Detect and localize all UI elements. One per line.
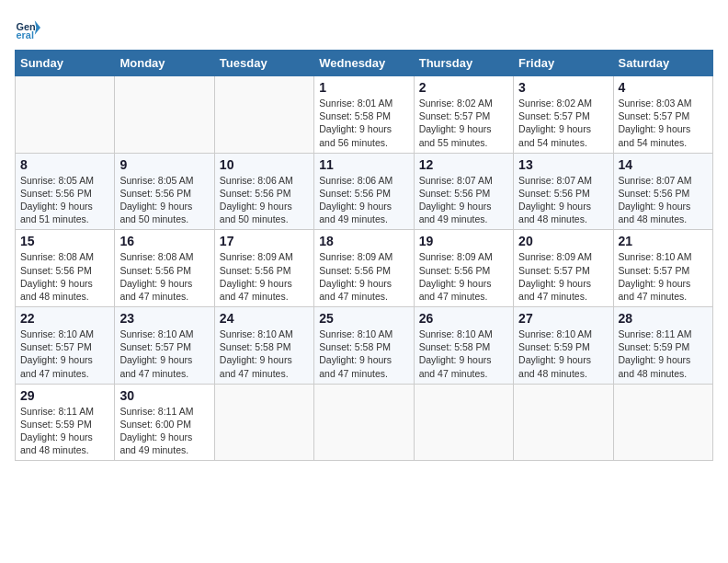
day-number: 2 — [419, 80, 508, 95]
header-row: SundayMondayTuesdayWednesdayThursdayFrid… — [16, 51, 713, 76]
calendar-cell: 22 Sunrise: 8:10 AMSunset: 5:57 PMDaylig… — [16, 307, 115, 385]
calendar-cell: 24 Sunrise: 8:10 AMSunset: 5:58 PMDaylig… — [214, 307, 313, 385]
day-detail: Sunrise: 8:10 AMSunset: 5:59 PMDaylight:… — [518, 328, 592, 379]
day-detail: Sunrise: 8:01 AMSunset: 5:58 PMDaylight:… — [319, 98, 392, 148]
day-detail: Sunrise: 8:10 AMSunset: 5:57 PMDaylight:… — [619, 251, 692, 302]
logo: Gen eral — [15, 15, 44, 40]
day-number: 29 — [20, 388, 109, 403]
day-detail: Sunrise: 8:02 AMSunset: 5:57 PMDaylight:… — [419, 98, 493, 148]
calendar-cell: 13 Sunrise: 8:07 AMSunset: 5:56 PMDaylig… — [514, 153, 613, 230]
day-detail: Sunrise: 8:07 AMSunset: 5:56 PMDaylight:… — [518, 175, 592, 225]
calendar-cell: 8 Sunrise: 8:05 AMSunset: 5:56 PMDayligh… — [16, 153, 115, 230]
day-number: 9 — [119, 157, 209, 172]
calendar-cell: 18 Sunrise: 8:09 AMSunset: 5:56 PMDaylig… — [314, 230, 414, 307]
week-row-3: 15 Sunrise: 8:08 AMSunset: 5:56 PMDaylig… — [16, 230, 713, 307]
svg-text:eral: eral — [17, 29, 34, 40]
day-detail: Sunrise: 8:09 AMSunset: 5:56 PMDaylight:… — [220, 251, 293, 302]
day-number: 12 — [419, 157, 508, 172]
day-detail: Sunrise: 8:09 AMSunset: 5:56 PMDaylight:… — [319, 251, 392, 302]
header-cell-wednesday: Wednesday — [314, 51, 414, 76]
day-detail: Sunrise: 8:11 AMSunset: 5:59 PMDaylight:… — [619, 328, 692, 379]
day-number: 26 — [419, 311, 508, 326]
calendar-cell: 20 Sunrise: 8:09 AMSunset: 5:57 PMDaylig… — [514, 230, 613, 307]
day-detail: Sunrise: 8:10 AMSunset: 5:58 PMDaylight:… — [220, 328, 293, 379]
day-number: 4 — [619, 80, 708, 95]
day-detail: Sunrise: 8:02 AMSunset: 5:57 PMDaylight:… — [518, 98, 592, 148]
calendar-cell: 16 Sunrise: 8:08 AMSunset: 5:56 PMDaylig… — [115, 230, 214, 307]
day-detail: Sunrise: 8:06 AMSunset: 5:56 PMDaylight:… — [220, 175, 293, 225]
calendar-cell: 10 Sunrise: 8:06 AMSunset: 5:56 PMDaylig… — [214, 153, 313, 230]
calendar-cell — [16, 76, 115, 154]
calendar-cell: 1 Sunrise: 8:01 AMSunset: 5:58 PMDayligh… — [314, 76, 414, 154]
logo-icon: Gen eral — [15, 15, 40, 40]
day-number: 25 — [319, 311, 408, 326]
day-number: 17 — [220, 234, 309, 248]
header-cell-saturday: Saturday — [613, 51, 712, 76]
day-number: 21 — [619, 234, 708, 248]
day-number: 16 — [119, 234, 209, 248]
calendar-cell — [414, 384, 513, 461]
week-row-4: 22 Sunrise: 8:10 AMSunset: 5:57 PMDaylig… — [16, 307, 713, 385]
week-row-1: 1 Sunrise: 8:01 AMSunset: 5:58 PMDayligh… — [16, 76, 713, 154]
day-detail: Sunrise: 8:11 AMSunset: 5:59 PMDaylight:… — [20, 406, 94, 456]
header-cell-monday: Monday — [115, 51, 214, 76]
calendar-cell: 12 Sunrise: 8:07 AMSunset: 5:56 PMDaylig… — [414, 153, 513, 230]
day-number: 8 — [20, 157, 109, 172]
day-number: 14 — [619, 157, 708, 172]
day-number: 11 — [319, 157, 408, 172]
day-detail: Sunrise: 8:11 AMSunset: 6:00 PMDaylight:… — [119, 406, 193, 456]
day-number: 30 — [119, 388, 209, 403]
calendar-cell: 27 Sunrise: 8:10 AMSunset: 5:59 PMDaylig… — [514, 307, 613, 385]
day-detail: Sunrise: 8:07 AMSunset: 5:56 PMDaylight:… — [419, 175, 493, 225]
day-detail: Sunrise: 8:08 AMSunset: 5:56 PMDaylight:… — [20, 251, 94, 302]
day-detail: Sunrise: 8:09 AMSunset: 5:57 PMDaylight:… — [518, 251, 592, 302]
day-number: 1 — [319, 80, 408, 95]
day-detail: Sunrise: 8:06 AMSunset: 5:56 PMDaylight:… — [319, 175, 392, 225]
day-number: 24 — [220, 311, 309, 326]
header: Gen eral — [15, 15, 713, 40]
header-cell-thursday: Thursday — [414, 51, 513, 76]
day-number: 20 — [518, 234, 608, 248]
week-row-2: 8 Sunrise: 8:05 AMSunset: 5:56 PMDayligh… — [16, 153, 713, 230]
header-cell-sunday: Sunday — [16, 51, 115, 76]
calendar-cell — [214, 76, 313, 154]
calendar-table: SundayMondayTuesdayWednesdayThursdayFrid… — [15, 50, 713, 461]
day-detail: Sunrise: 8:10 AMSunset: 5:57 PMDaylight:… — [119, 328, 193, 379]
calendar-cell: 14 Sunrise: 8:07 AMSunset: 5:56 PMDaylig… — [613, 153, 712, 230]
calendar-cell: 3 Sunrise: 8:02 AMSunset: 5:57 PMDayligh… — [514, 76, 613, 154]
calendar-cell — [214, 384, 313, 461]
day-detail: Sunrise: 8:08 AMSunset: 5:56 PMDaylight:… — [119, 251, 193, 302]
day-number: 19 — [419, 234, 508, 248]
day-detail: Sunrise: 8:09 AMSunset: 5:56 PMDaylight:… — [419, 251, 493, 302]
calendar-cell: 9 Sunrise: 8:05 AMSunset: 5:56 PMDayligh… — [115, 153, 214, 230]
calendar-cell: 30 Sunrise: 8:11 AMSunset: 6:00 PMDaylig… — [115, 384, 214, 461]
day-number: 15 — [20, 234, 109, 248]
day-detail: Sunrise: 8:05 AMSunset: 5:56 PMDaylight:… — [20, 175, 94, 225]
calendar-cell: 11 Sunrise: 8:06 AMSunset: 5:56 PMDaylig… — [314, 153, 414, 230]
header-cell-tuesday: Tuesday — [214, 51, 313, 76]
day-detail: Sunrise: 8:10 AMSunset: 5:58 PMDaylight:… — [419, 328, 493, 379]
calendar-cell: 26 Sunrise: 8:10 AMSunset: 5:58 PMDaylig… — [414, 307, 513, 385]
day-detail: Sunrise: 8:07 AMSunset: 5:56 PMDaylight:… — [619, 175, 692, 225]
day-detail: Sunrise: 8:05 AMSunset: 5:56 PMDaylight:… — [119, 175, 193, 225]
calendar-cell: 17 Sunrise: 8:09 AMSunset: 5:56 PMDaylig… — [214, 230, 313, 307]
header-cell-friday: Friday — [514, 51, 613, 76]
day-number: 22 — [20, 311, 109, 326]
calendar-cell: 23 Sunrise: 8:10 AMSunset: 5:57 PMDaylig… — [115, 307, 214, 385]
day-detail: Sunrise: 8:10 AMSunset: 5:58 PMDaylight:… — [319, 328, 392, 379]
day-number: 13 — [518, 157, 608, 172]
week-row-5: 29 Sunrise: 8:11 AMSunset: 5:59 PMDaylig… — [16, 384, 713, 461]
calendar-cell: 28 Sunrise: 8:11 AMSunset: 5:59 PMDaylig… — [613, 307, 712, 385]
calendar-cell: 21 Sunrise: 8:10 AMSunset: 5:57 PMDaylig… — [613, 230, 712, 307]
day-number: 18 — [319, 234, 408, 248]
day-detail: Sunrise: 8:03 AMSunset: 5:57 PMDaylight:… — [619, 98, 692, 148]
calendar-cell: 15 Sunrise: 8:08 AMSunset: 5:56 PMDaylig… — [16, 230, 115, 307]
day-detail: Sunrise: 8:10 AMSunset: 5:57 PMDaylight:… — [20, 328, 94, 379]
day-number: 28 — [619, 311, 708, 326]
calendar-cell — [314, 384, 414, 461]
calendar-cell: 2 Sunrise: 8:02 AMSunset: 5:57 PMDayligh… — [414, 76, 513, 154]
calendar-cell: 4 Sunrise: 8:03 AMSunset: 5:57 PMDayligh… — [613, 76, 712, 154]
day-number: 10 — [220, 157, 309, 172]
day-number: 3 — [518, 80, 608, 95]
calendar-cell — [514, 384, 613, 461]
